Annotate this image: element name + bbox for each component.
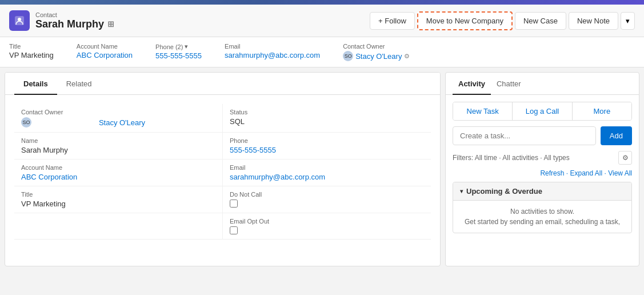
account-name-value: ABC Corporation ✎ bbox=[21, 173, 215, 181]
upcoming-label: Upcoming & Overdue bbox=[466, 187, 542, 196]
filters-gear-icon[interactable]: ⚙ bbox=[618, 151, 632, 165]
filters-text: Filters: All time · All activities · All… bbox=[453, 154, 570, 162]
do-not-call-value: ✎ bbox=[230, 200, 424, 208]
owner-value: SO Stacy O'Leary ⚙ bbox=[343, 51, 410, 61]
details-content: Contact Owner SO Stacy O'Leary ✎ Status … bbox=[5, 95, 440, 266]
owner-settings-icon[interactable]: ⚙ bbox=[404, 53, 410, 60]
action-links: Refresh · Expand All · View All bbox=[453, 169, 632, 177]
do-not-call-col: Do Not Call ✎ bbox=[223, 186, 431, 213]
name-value: Sarah Murphy ✎ bbox=[21, 146, 215, 154]
phone-value: 555-555-5555 ✎ bbox=[230, 146, 424, 154]
activity-tabs: Activity Chatter bbox=[446, 73, 639, 95]
move-to-new-company-button[interactable]: Move to New Company bbox=[417, 11, 513, 30]
email-opt-out-checkbox[interactable] bbox=[230, 226, 238, 234]
title-label: Title bbox=[9, 43, 54, 50]
account-name-label: Account Name bbox=[21, 164, 215, 171]
no-activities-hint: Get started by sending an email, schedul… bbox=[460, 218, 625, 226]
phone-col: Phone 555-555-5555 ✎ bbox=[223, 133, 431, 160]
email-opt-out-col: Email Opt Out ✎ bbox=[223, 213, 431, 240]
email-label: Email bbox=[225, 43, 320, 50]
status-col: Status SQL ✎ bbox=[223, 104, 431, 133]
do-not-call-checkbox[interactable] bbox=[230, 200, 238, 208]
form-row-1: Contact Owner SO Stacy O'Leary ✎ Status … bbox=[14, 104, 431, 133]
upcoming-chevron-icon[interactable]: ▾ bbox=[460, 188, 463, 194]
right-panel: Activity Chatter New Task Log a Call Mor… bbox=[445, 72, 639, 266]
filters-row: Filters: All time · All activities · All… bbox=[453, 151, 632, 165]
email-field: Email sarahmurphy@abc.corp.com bbox=[225, 43, 320, 59]
title-value: VP Marketing bbox=[9, 51, 54, 59]
activity-content: New Task Log a Call More Add Filters: Al… bbox=[446, 95, 639, 266]
header-actions: + Follow Move to New Company New Case Ne… bbox=[370, 11, 635, 30]
no-activities-text: No activities to show. bbox=[460, 208, 625, 216]
email-value[interactable]: sarahmurphy@abc.corp.com bbox=[225, 51, 320, 59]
task-input[interactable] bbox=[453, 126, 596, 145]
view-all-link[interactable]: View All bbox=[608, 169, 632, 177]
contact-header-left: Contact Sarah Murphy ⊞ bbox=[9, 10, 114, 31]
owner-name[interactable]: Stacy O'Leary bbox=[355, 52, 402, 61]
upcoming-header: ▾ Upcoming & Overdue bbox=[453, 182, 631, 201]
email-opt-out-label: Email Opt Out bbox=[230, 218, 424, 225]
form-row-2: Name Sarah Murphy ✎ Phone 555-555-5555 ✎ bbox=[14, 133, 431, 160]
upcoming-section: ▾ Upcoming & Overdue No activities to sh… bbox=[453, 182, 632, 233]
email-col: Email sarahmurphy@abc.corp.com ✎ bbox=[223, 160, 431, 186]
contact-owner-avatar: SO bbox=[21, 117, 34, 127]
do-not-call-label: Do Not Call bbox=[230, 191, 424, 198]
owner-label: Contact Owner bbox=[343, 43, 410, 50]
name-col: Name Sarah Murphy ✎ bbox=[14, 133, 223, 160]
main-content: Details Related Contact Owner SO Stacy O… bbox=[0, 67, 644, 271]
owner-avatar: SO bbox=[343, 51, 353, 61]
contact-name: Sarah Murphy ⊞ bbox=[35, 18, 114, 30]
contact-title-section: Contact Sarah Murphy ⊞ bbox=[35, 11, 114, 30]
upcoming-body: No activities to show. Get started by se… bbox=[453, 201, 631, 233]
title-field: Title VP Marketing bbox=[9, 43, 54, 59]
tab-details[interactable]: Details bbox=[14, 73, 57, 95]
details-tabs: Details Related bbox=[5, 73, 440, 95]
follow-button[interactable]: + Follow bbox=[370, 12, 415, 30]
log-call-button[interactable]: Log a Call bbox=[513, 102, 572, 120]
activity-action-buttons: New Task Log a Call More bbox=[453, 102, 632, 121]
name-label: Name bbox=[21, 137, 215, 144]
contact-owner-name[interactable]: Stacy O'Leary bbox=[99, 118, 145, 127]
title-value-detail: VP Marketing ✎ bbox=[21, 200, 215, 208]
contact-owner-value: SO Stacy O'Leary ✎ bbox=[21, 117, 215, 127]
owner-field: Contact Owner SO Stacy O'Leary ⚙ bbox=[343, 43, 410, 61]
network-icon: ⊞ bbox=[107, 19, 114, 29]
account-value[interactable]: ABC Corporation bbox=[77, 51, 133, 59]
title-col: Title VP Marketing ✎ bbox=[14, 186, 223, 213]
left-panel: Details Related Contact Owner SO Stacy O… bbox=[5, 72, 441, 266]
contact-owner-col: Contact Owner SO Stacy O'Leary ✎ bbox=[14, 104, 223, 133]
do-not-call-checkbox-container bbox=[230, 200, 238, 208]
account-col: Account Name ABC Corporation ✎ bbox=[14, 160, 223, 186]
add-task-button[interactable]: Add bbox=[601, 126, 632, 145]
form-row-4: Title VP Marketing ✎ Do Not Call ✎ bbox=[14, 186, 431, 213]
new-note-button[interactable]: New Note bbox=[569, 12, 618, 30]
top-gradient-bar bbox=[0, 0, 644, 5]
more-button[interactable]: More bbox=[573, 102, 631, 120]
tab-related[interactable]: Related bbox=[57, 73, 101, 95]
phone-dropdown-icon[interactable]: ▾ bbox=[185, 43, 188, 50]
account-label: Account Name bbox=[77, 43, 133, 50]
expand-all-link[interactable]: Expand All bbox=[570, 169, 602, 177]
title-label-detail: Title bbox=[21, 191, 215, 198]
new-case-button[interactable]: New Case bbox=[515, 12, 566, 30]
info-bar: Title VP Marketing Account Name ABC Corp… bbox=[0, 37, 644, 67]
tab-chatter[interactable]: Chatter bbox=[491, 73, 527, 95]
account-field: Account Name ABC Corporation bbox=[77, 43, 133, 59]
phone-label: Phone (2) ▾ bbox=[155, 43, 202, 50]
tab-activity[interactable]: Activity bbox=[453, 73, 491, 95]
phone-field: Phone (2) ▾ 555-555-5555 bbox=[155, 43, 202, 60]
dropdown-button[interactable]: ▾ bbox=[621, 12, 635, 30]
new-task-button[interactable]: New Task bbox=[453, 102, 513, 120]
email-value-detail: sarahmurphy@abc.corp.com ✎ bbox=[230, 173, 424, 181]
email-opt-out-value: ✎ bbox=[230, 226, 424, 234]
refresh-link[interactable]: Refresh bbox=[540, 169, 564, 177]
email-opt-out-checkbox-container bbox=[230, 226, 238, 234]
empty-col bbox=[14, 213, 223, 240]
contact-header: Contact Sarah Murphy ⊞ + Follow Move to … bbox=[0, 5, 644, 37]
status-label: Status bbox=[230, 109, 424, 115]
phone-label: Phone bbox=[230, 137, 424, 144]
form-row-5: Email Opt Out ✎ bbox=[14, 213, 431, 240]
phone-value[interactable]: 555-555-5555 bbox=[155, 51, 202, 60]
contact-avatar-icon bbox=[9, 10, 30, 31]
form-row-3: Account Name ABC Corporation ✎ Email sar… bbox=[14, 160, 431, 186]
